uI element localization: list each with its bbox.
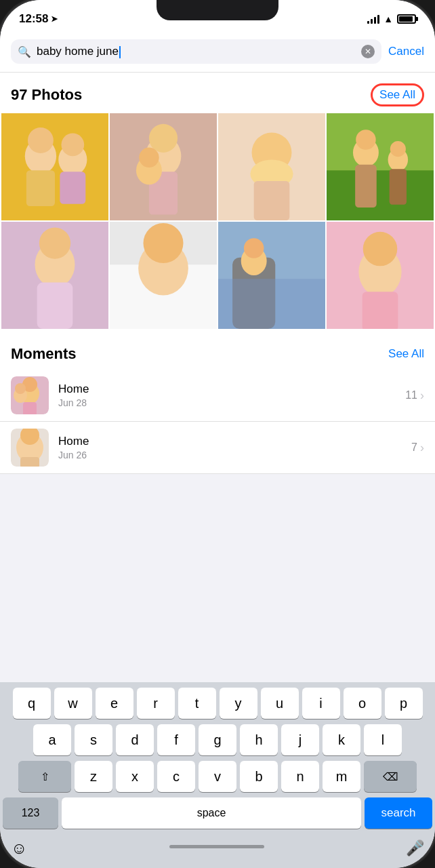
key-l[interactable]: l (364, 724, 402, 755)
space-key[interactable]: space (62, 797, 361, 829)
location-arrow-icon: ➤ (51, 14, 58, 24)
key-v[interactable]: v (199, 761, 236, 792)
key-s[interactable]: s (75, 724, 112, 755)
key-h[interactable]: h (240, 724, 278, 755)
svg-point-41 (363, 232, 398, 267)
key-z[interactable]: z (75, 761, 112, 792)
key-k[interactable]: k (323, 724, 360, 755)
moment-count-2: 7 › (411, 441, 424, 455)
moment-info-2: Home Jun 26 (58, 435, 402, 460)
key-b[interactable]: b (240, 761, 278, 792)
svg-rect-0 (1, 113, 108, 220)
moments-section: Moments See All (0, 334, 435, 474)
key-r[interactable]: r (137, 688, 175, 719)
svg-point-20 (356, 130, 375, 149)
moment-thumb-1 (11, 376, 49, 414)
svg-rect-24 (390, 169, 407, 205)
phone-screen: 12:58 ➤ ▲ 🔍 baby home (0, 0, 435, 868)
svg-rect-42 (362, 292, 398, 329)
keyboard-row-2: a s d f g h j k l (3, 724, 432, 755)
key-j[interactable]: j (281, 724, 319, 755)
svg-rect-21 (355, 165, 377, 208)
photos-see-all-button[interactable]: See All (371, 83, 424, 106)
moments-see-all-button[interactable]: See All (388, 347, 424, 361)
photo-cell-2[interactable] (110, 113, 217, 220)
svg-point-5 (61, 133, 84, 156)
key-i[interactable]: i (302, 688, 340, 719)
key-m[interactable]: m (323, 761, 360, 792)
key-c[interactable]: c (157, 761, 195, 792)
wifi-icon: ▲ (384, 14, 393, 24)
svg-rect-52 (20, 457, 39, 467)
key-d[interactable]: d (116, 724, 154, 755)
photo-cell-6[interactable] (110, 222, 217, 329)
clear-search-button[interactable]: ✕ (361, 45, 375, 58)
search-icon: 🔍 (18, 45, 31, 58)
keyboard-row-1: q w e r t y u i o p (3, 688, 432, 719)
svg-point-48 (15, 383, 26, 394)
status-icons: ▲ (367, 14, 416, 24)
key-g[interactable]: g (199, 724, 236, 755)
svg-rect-46 (23, 402, 37, 414)
key-t[interactable]: t (178, 688, 216, 719)
key-p[interactable]: p (385, 688, 423, 719)
search-key[interactable]: search (365, 797, 432, 829)
photos-count-title: 97 Photos (11, 86, 82, 104)
search-input[interactable]: baby home june (37, 45, 356, 58)
photo-cell-3[interactable] (218, 113, 325, 220)
photo-cell-1[interactable] (1, 113, 108, 220)
svg-rect-37 (218, 279, 325, 329)
key-e[interactable]: e (96, 688, 133, 719)
key-w[interactable]: w (54, 688, 92, 719)
microphone-button[interactable]: 🎤 (406, 840, 424, 857)
battery-icon (397, 14, 416, 24)
key-o[interactable]: o (344, 688, 381, 719)
moments-section-header: Moments See All (0, 334, 435, 370)
key-u[interactable]: u (261, 688, 299, 719)
content-area: 97 Photos See All (0, 73, 435, 474)
moment-title-2: Home (58, 435, 402, 448)
keyboard: q w e r t y u i o p a s d f g h j k (0, 682, 435, 868)
chevron-right-icon-2: › (420, 441, 424, 455)
signal-icon (367, 14, 379, 24)
key-a[interactable]: a (33, 724, 71, 755)
svg-point-36 (244, 238, 264, 258)
key-x[interactable]: x (116, 761, 154, 792)
photo-cell-8[interactable] (327, 222, 434, 329)
svg-point-32 (144, 223, 184, 263)
keyboard-bottom-row: ☺ 🎤 (3, 834, 432, 868)
key-y[interactable]: y (220, 688, 257, 719)
key-f[interactable]: f (157, 724, 195, 755)
notch (157, 0, 278, 20)
svg-point-2 (28, 127, 54, 153)
keyboard-row-3: ⇧ z x c v b n m ⌫ (3, 761, 432, 792)
search-input-wrap[interactable]: 🔍 baby home june ✕ (11, 39, 381, 64)
svg-point-9 (149, 124, 178, 153)
key-n[interactable]: n (281, 761, 319, 792)
photo-grid (0, 113, 435, 329)
shift-key[interactable]: ⇧ (18, 761, 71, 792)
photo-cell-5[interactable] (1, 222, 108, 329)
backspace-key[interactable]: ⌫ (364, 761, 417, 792)
moment-date-1: Jun 28 (58, 397, 396, 408)
photos-section-header: 97 Photos See All (0, 73, 435, 113)
keyboard-row-4: 123 space search (3, 797, 432, 829)
svg-rect-28 (37, 283, 73, 329)
photo-cell-7[interactable] (218, 222, 325, 329)
moment-thumb-2 (11, 429, 49, 467)
moments-title: Moments (11, 345, 77, 363)
moment-count-1: 11 › (405, 389, 424, 403)
svg-rect-3 (26, 170, 55, 206)
numbers-key[interactable]: 123 (3, 797, 58, 829)
photo-cell-4[interactable] (327, 113, 434, 220)
home-indicator (169, 845, 264, 848)
svg-rect-16 (254, 181, 290, 220)
moment-row-1[interactable]: Home Jun 28 11 › (0, 370, 435, 422)
emoji-button[interactable]: ☺ (11, 839, 28, 858)
svg-rect-6 (60, 172, 85, 203)
cancel-button[interactable]: Cancel (388, 45, 424, 58)
moment-row-2[interactable]: Home Jun 26 7 › (0, 422, 435, 474)
time-display: 12:58 (19, 12, 48, 26)
status-time: 12:58 ➤ (19, 12, 58, 26)
key-q[interactable]: q (13, 688, 51, 719)
